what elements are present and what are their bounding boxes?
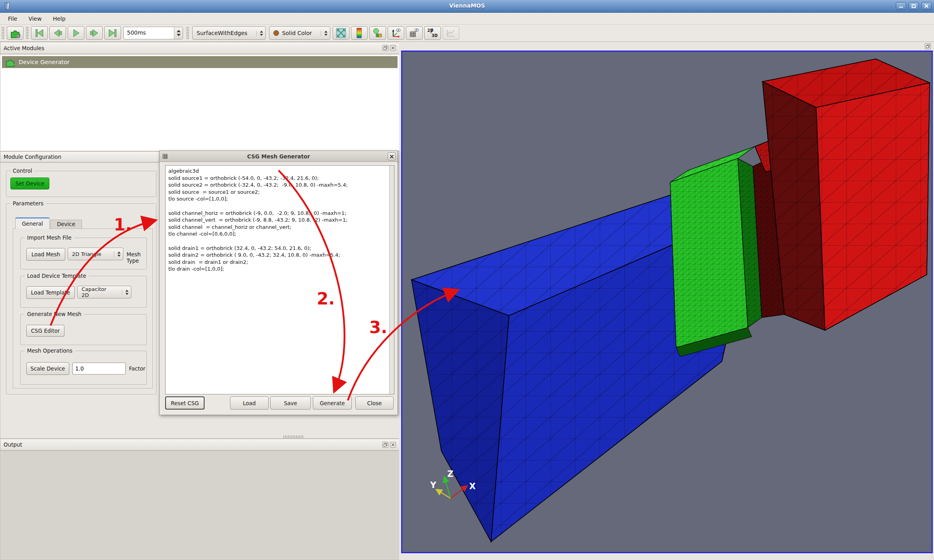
generate-mesh-group: Generate New Mesh CSG Editor bbox=[20, 314, 147, 345]
colorbar-button[interactable] bbox=[351, 26, 368, 40]
factor-label: Factor bbox=[129, 365, 145, 372]
fit-view-button[interactable] bbox=[333, 26, 349, 40]
reset-csg-button[interactable]: Reset CSG bbox=[165, 396, 205, 410]
load-mesh-button[interactable]: Load Mesh bbox=[26, 248, 65, 261]
color-legend-button[interactable] bbox=[369, 26, 386, 40]
render-viewport[interactable]: Z X Y bbox=[401, 51, 933, 553]
load-button[interactable]: Load bbox=[230, 396, 269, 410]
output-console[interactable] bbox=[0, 451, 400, 560]
menubar: File View Help bbox=[0, 13, 934, 25]
active-modules-panel: Device Generator bbox=[0, 54, 400, 151]
dialog-title: CSG Mesh Generator bbox=[160, 153, 398, 160]
interval-spin-arrows[interactable] bbox=[174, 27, 183, 39]
sphere-legend-icon bbox=[372, 28, 383, 38]
parameters-group-label: Parameters bbox=[10, 200, 46, 207]
close-dialog-button[interactable]: Close bbox=[355, 396, 394, 410]
generate-button[interactable]: Generate bbox=[313, 396, 352, 410]
menu-file[interactable]: File bbox=[2, 14, 23, 23]
coloring-value: Solid Color bbox=[282, 30, 312, 36]
main-toolbar: 500ms SurfaceWithEdges Solid Color bbox=[0, 25, 934, 42]
parameters-group: Parameters General Device Import Mesh Fi… bbox=[6, 203, 156, 394]
output-float-button[interactable] bbox=[382, 442, 388, 448]
puzzle-gear-icon bbox=[10, 28, 20, 38]
generate-mesh-label: Generate New Mesh bbox=[25, 311, 84, 317]
skip-to-end-button[interactable] bbox=[104, 26, 121, 40]
mesh-type-combo[interactable]: 2D Triangle bbox=[68, 248, 123, 260]
tab-general[interactable]: General bbox=[15, 217, 50, 229]
toggle-2d3d-button[interactable]: 2D / 3D bbox=[424, 26, 441, 40]
step-forward-button[interactable] bbox=[86, 26, 103, 40]
save-button[interactable]: Save bbox=[270, 396, 311, 410]
csg-mesh-generator-dialog: CSG Mesh Generator algebraic3d solid sou… bbox=[159, 150, 398, 415]
interval-value[interactable]: 500ms bbox=[124, 27, 174, 39]
combo-arrows-icon bbox=[114, 252, 121, 257]
spin-up-icon[interactable] bbox=[177, 30, 181, 32]
spin-down-icon[interactable] bbox=[177, 34, 181, 36]
template-value: Capacitor 2D bbox=[82, 286, 113, 298]
chart-view-button[interactable] bbox=[443, 26, 459, 40]
mesh-operations-group: Mesh Operations Scale Device Factor bbox=[20, 351, 147, 385]
load-template-button[interactable]: Load Template bbox=[26, 286, 75, 299]
fit-view-icon bbox=[336, 28, 346, 38]
toolbar-grip[interactable] bbox=[186, 27, 189, 39]
splitter-grip[interactable] bbox=[283, 435, 304, 438]
representation-combo[interactable]: SurfaceWithEdges bbox=[192, 26, 266, 40]
step-back-button[interactable] bbox=[49, 26, 66, 40]
render-dock-header bbox=[400, 42, 934, 51]
active-modules-close-button[interactable] bbox=[390, 45, 396, 51]
chart-icon bbox=[446, 28, 456, 38]
active-modules-header: Active Modules bbox=[0, 42, 400, 54]
toolbar-grip[interactable] bbox=[26, 27, 29, 39]
output-title: Output bbox=[4, 441, 22, 448]
axis-label-z: Z bbox=[447, 469, 453, 479]
skip-to-start-button[interactable] bbox=[31, 26, 48, 40]
control-group: Control Set Device bbox=[6, 171, 156, 197]
active-modules-float-button[interactable] bbox=[382, 45, 388, 51]
dialog-close-button[interactable] bbox=[388, 152, 396, 160]
close-button[interactable] bbox=[921, 2, 932, 10]
dialog-titlebar[interactable]: CSG Mesh Generator bbox=[160, 151, 398, 162]
code-scrollbar[interactable] bbox=[389, 166, 394, 394]
load-template-group: Load Device Template Load Template Capac… bbox=[20, 276, 147, 308]
menu-view[interactable]: View bbox=[23, 14, 47, 23]
window-title: ViennaMOS bbox=[0, 2, 934, 9]
template-combo[interactable]: Capacitor 2D bbox=[77, 286, 131, 299]
toolbar-grip[interactable] bbox=[2, 27, 4, 39]
minimize-button[interactable] bbox=[896, 2, 906, 10]
2d3d-icon: 2D / 3D bbox=[427, 28, 438, 38]
tab-device[interactable]: Device bbox=[50, 220, 82, 229]
csg-code-text[interactable]: algebraic3d solid source1 = orthobrick (… bbox=[168, 168, 388, 273]
representation-value: SurfaceWithEdges bbox=[197, 30, 248, 36]
render-float-button[interactable] bbox=[925, 43, 931, 49]
window-titlebar: ViennaMOS bbox=[0, 0, 934, 13]
toggle-axes-button[interactable] bbox=[388, 26, 404, 40]
combo-arrows-icon bbox=[321, 31, 328, 36]
play-button[interactable] bbox=[68, 26, 84, 40]
scale-device-button[interactable]: Scale Device bbox=[26, 362, 69, 375]
output-close-button[interactable] bbox=[390, 442, 396, 448]
combo-arrows-icon bbox=[256, 31, 263, 36]
green-region bbox=[670, 146, 762, 347]
general-tab-panel: Import Mesh File Load Mesh 2D Triangle M… bbox=[13, 228, 153, 388]
import-mesh-group: Import Mesh File Load Mesh 2D Triangle M… bbox=[20, 238, 147, 269]
csg-editor-button[interactable]: CSG Editor bbox=[26, 325, 64, 337]
import-mesh-label: Import Mesh File bbox=[25, 234, 74, 241]
module-config-title: Module Configuration bbox=[4, 154, 61, 160]
coloring-combo[interactable]: Solid Color bbox=[269, 26, 330, 40]
interval-spinbox[interactable]: 500ms bbox=[123, 27, 183, 39]
grid-eye-icon bbox=[409, 28, 419, 38]
module-item-label: Device Generator bbox=[19, 59, 70, 65]
menu-help[interactable]: Help bbox=[47, 14, 71, 23]
toggle-grid-button[interactable] bbox=[406, 26, 423, 40]
maximize-button[interactable] bbox=[909, 2, 919, 10]
axes-eye-icon bbox=[391, 28, 401, 38]
scale-factor-input[interactable] bbox=[72, 363, 126, 375]
set-device-button[interactable]: Set Device bbox=[10, 178, 49, 189]
module-item-device-generator[interactable]: Device Generator bbox=[2, 56, 398, 68]
csg-code-editor[interactable]: algebraic3d solid source1 = orthobrick (… bbox=[165, 165, 394, 394]
axis-label-x: X bbox=[469, 482, 476, 491]
puzzle-icon bbox=[5, 57, 15, 67]
load-template-label: Load Device Template bbox=[25, 273, 89, 279]
mesh-type-label: Mesh Type bbox=[127, 251, 146, 264]
module-manager-button[interactable] bbox=[7, 26, 23, 40]
